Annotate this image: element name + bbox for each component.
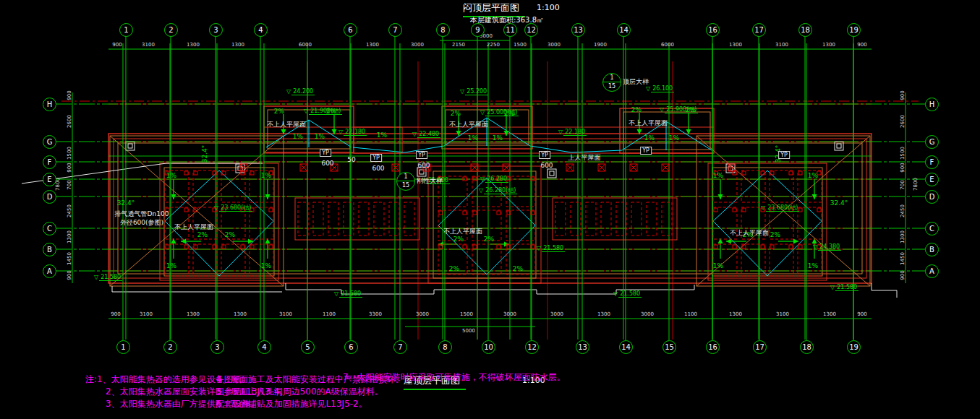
grid-bubble-bottom-19: 19 — [847, 340, 861, 354]
dimension-label: 700 — [900, 180, 906, 189]
dimension-label: 1300 — [234, 311, 247, 317]
annotation: 50 — [347, 156, 355, 163]
elevation-value: 24.200 — [291, 88, 315, 95]
annotation: 不上人平屋面 — [174, 223, 213, 232]
dimension-total-label: 7800 — [913, 178, 919, 191]
grid-bubble-right-C: C — [925, 222, 939, 236]
dimension-label: 3100 — [140, 311, 153, 317]
dimension-label: 900 — [67, 163, 72, 172]
callout-number: 1 — [397, 173, 414, 181]
elevation-value: 22.180 — [344, 129, 367, 136]
annotation: 1% — [713, 262, 723, 269]
solar-panel — [404, 202, 414, 236]
dimension-label: 6000 — [299, 42, 312, 48]
annotation: YP — [539, 151, 550, 159]
callout-label: 顶层大样 — [623, 77, 649, 87]
annotation: 2% — [484, 236, 494, 243]
level-triangle-icon: ▽ — [479, 187, 483, 194]
annotation: 不上人平屋面 — [629, 118, 668, 128]
dimension-label: 900 — [67, 270, 72, 280]
annotation: 1% — [713, 172, 723, 179]
solar-panel — [601, 202, 611, 236]
annotation: 1% — [468, 134, 478, 142]
grid-bubble-top-14: 14 — [617, 23, 631, 37]
elevation-value: 23.680(结) — [219, 204, 252, 212]
grid-bubble-left-H: H — [43, 98, 56, 111]
grid-bubble-left-G: G — [43, 135, 56, 149]
level-triangle-icon: ▽ — [537, 245, 541, 251]
dimension-label: 1300 — [187, 311, 200, 317]
annotation: 600 — [417, 162, 430, 169]
level-triangle-icon: ▽ — [761, 204, 765, 211]
solar-panel — [184, 245, 188, 249]
detail-callout: 115刚性大样 — [396, 172, 415, 191]
grid-bubble-bottom-12: 12 — [525, 340, 539, 354]
elevation-value: 21.580 — [618, 290, 642, 298]
dimension-label: 900 — [857, 311, 866, 317]
level-triangle-icon: ▽ — [304, 108, 308, 114]
annotation: 不上人平屋面 — [443, 227, 482, 236]
cad-drawing-canvas: 闷顶层平面图 1:100 本层建筑面积:363.8㎡ 屋顶层平面图 1:100 … — [0, 0, 980, 419]
solar-panel — [586, 202, 596, 236]
dimension-label: 3100 — [279, 311, 292, 317]
level-triangle-icon: ▽ — [480, 176, 485, 182]
grid-bubble-bottom-17: 17 — [753, 340, 767, 354]
grid-bubble-top-6: 6 — [344, 23, 357, 37]
solar-panel — [298, 202, 308, 236]
elevation-marker: ▽22.480 — [412, 131, 440, 137]
solar-panel — [374, 202, 384, 236]
grid-bubble-top-16: 16 — [706, 23, 720, 37]
solar-panel — [250, 207, 273, 239]
annotation: 2% — [197, 231, 208, 238]
solar-panel — [761, 171, 764, 175]
level-triangle-icon: ▽ — [660, 106, 664, 113]
solar-panel — [817, 208, 821, 212]
solar-panel — [497, 245, 500, 249]
grid-bubble-top-4: 4 — [254, 23, 268, 37]
dimension-label: 1300 — [822, 42, 835, 48]
elevation-marker: ▽23.680(结) — [214, 204, 252, 212]
annotation: 2% — [631, 106, 642, 113]
note-line: 7、太阳能安装时应采取可靠措施，不得破坏屋面防水层。 — [343, 371, 566, 384]
grid-bubble-bottom-15: 15 — [662, 340, 676, 354]
solar-panel — [222, 245, 226, 249]
level-triangle-icon: ▽ — [412, 131, 417, 137]
dimension-label: 900 — [857, 42, 866, 48]
annotation: 2% — [686, 106, 696, 113]
grid-bubble-bottom-7: 7 — [393, 340, 407, 354]
solar-panel — [473, 245, 477, 249]
dimension-label: 900 — [111, 311, 120, 317]
elevation-marker: ▽26.280 — [480, 176, 508, 182]
dimension-label: 1900 — [594, 42, 607, 48]
elevation-marker: ▽26.280(结) — [479, 186, 517, 194]
annotation: YP — [320, 149, 331, 157]
dimension-label: 1500 — [67, 147, 72, 160]
level-triangle-icon: ▽ — [214, 204, 218, 211]
annotation: 1% — [166, 262, 176, 269]
annotation: 1% — [669, 134, 679, 142]
solar-panel — [798, 207, 822, 239]
solar-panel — [733, 208, 736, 212]
annotation: YP — [640, 147, 652, 155]
dimension-label: 3000 — [547, 42, 561, 48]
annotation: 2% — [770, 231, 780, 238]
elevation-marker: ▽21.580 — [613, 290, 642, 297]
elevation-marker: ▽21.580 — [94, 274, 122, 280]
solar-panel — [241, 245, 244, 249]
level-triangle-icon: ▽ — [813, 243, 817, 250]
elevation-marker: ▽22.180 — [338, 129, 367, 135]
dimension-label: 1500 — [514, 42, 527, 48]
elevation-value: 23.680(结) — [766, 204, 799, 212]
dimension-label: 2450 — [67, 204, 72, 217]
grid-bubble-right-A: A — [925, 264, 939, 278]
solar-panel — [789, 171, 793, 175]
detail-callout: 115顶层大样 — [602, 73, 621, 92]
annotation: 600 — [372, 165, 384, 172]
dimension-label: 6000 — [661, 42, 674, 48]
elevation-value: 21.580 — [542, 245, 565, 252]
annotation: 32.4° — [830, 199, 848, 207]
solar-panel — [555, 202, 566, 236]
grid-bubble-bottom-13: 13 — [576, 340, 589, 354]
dimension-label: 1450 — [900, 252, 906, 265]
dimension-label: 1100 — [684, 311, 697, 317]
